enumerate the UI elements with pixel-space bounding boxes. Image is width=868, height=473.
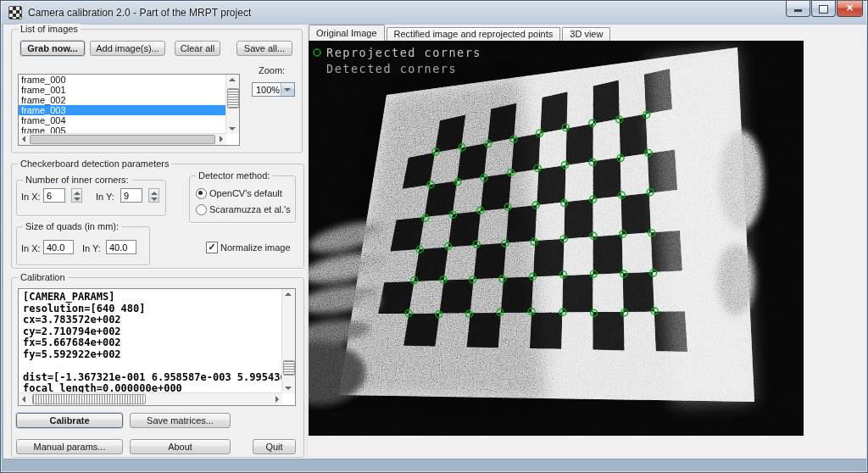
- detector-method-title: Detector method:: [196, 170, 272, 181]
- radio-scaramuzza-label[interactable]: Scaramuzza et al.'s: [209, 204, 291, 214]
- scrollbar-thumb[interactable]: [32, 394, 146, 404]
- minimize-icon: [794, 9, 802, 12]
- quad-x-label: In X:: [21, 243, 41, 253]
- quad-x-input[interactable]: [43, 240, 74, 254]
- corners-x-spinner[interactable]: [71, 188, 82, 203]
- radio-scaramuzza[interactable]: [196, 204, 207, 215]
- combo-dropdown-button[interactable]: [281, 83, 294, 96]
- maximize-icon: [819, 5, 828, 14]
- tab-bar: Original Image Rectified image and repro…: [309, 25, 612, 41]
- scrollbar-thumb[interactable]: [227, 88, 239, 109]
- panel-divider: [307, 25, 308, 459]
- app-icon: [8, 6, 22, 19]
- grab-now-button[interactable]: Grab now...: [20, 41, 85, 56]
- tab-original-image[interactable]: Original Image: [309, 25, 385, 41]
- zoom-value: 100%: [256, 85, 280, 95]
- camera-image-view: Reprojected corners Detected corners: [309, 41, 804, 436]
- list-vertical-scrollbar[interactable]: [225, 75, 239, 134]
- app-window: Camera calibration 2.0 - Part of the MRP…: [0, 0, 868, 473]
- quad-y-input[interactable]: [106, 240, 136, 254]
- calibration-results-textarea[interactable]: [CAMERA_PARAMS] resolution=[640 480] cx=…: [18, 288, 296, 406]
- quad-size-title: Size of quads (in mm):: [23, 221, 121, 231]
- list-horizontal-scrollbar[interactable]: [19, 133, 226, 145]
- detector-method-group: Detector method:: [189, 175, 296, 223]
- quad-y-label: In Y:: [82, 243, 101, 253]
- zoom-label: Zoom:: [259, 65, 285, 75]
- calib-horizontal-scrollbar[interactable]: [19, 392, 282, 405]
- zoom-combobox[interactable]: 100%: [252, 82, 295, 97]
- about-button[interactable]: About: [130, 439, 231, 454]
- legend-reprojected: Reprojected corners: [326, 46, 481, 59]
- normalize-image-checkbox[interactable]: ✓: [206, 242, 218, 253]
- corners-y-spinner[interactable]: [148, 188, 159, 203]
- tab-rectified-image[interactable]: Rectified image and reprojected points: [387, 27, 561, 41]
- calibrate-button[interactable]: Calibrate: [16, 413, 123, 428]
- list-group-title: List of images: [18, 24, 81, 34]
- scroll-up-icon[interactable]: [229, 78, 236, 81]
- in-x-label: In X:: [21, 192, 41, 202]
- scroll-left-icon[interactable]: [22, 136, 25, 142]
- manual-params-button[interactable]: Manual params...: [16, 439, 123, 454]
- list-item[interactable]: frame_000: [19, 75, 226, 85]
- maximize-button[interactable]: [811, 1, 836, 17]
- close-button[interactable]: ✕: [837, 1, 863, 17]
- save-all-button[interactable]: Save all...: [236, 41, 292, 56]
- scroll-right-icon[interactable]: [220, 136, 223, 142]
- legend-detected: Detected corners: [326, 62, 457, 75]
- corners-x-input[interactable]: [43, 188, 65, 203]
- corners-y-input[interactable]: [120, 188, 142, 203]
- scroll-down-icon[interactable]: [229, 127, 236, 131]
- scrollbar-thumb[interactable]: [283, 360, 295, 376]
- list-item[interactable]: frame_002: [19, 95, 226, 105]
- save-matrices-button[interactable]: Save matrices...: [130, 413, 231, 428]
- detection-group-title: Checkerboard detection parameters: [18, 159, 171, 169]
- add-images-button[interactable]: Add image(s)...: [90, 41, 165, 56]
- window-title: Camera calibration 2.0 - Part of the MRP…: [28, 7, 251, 19]
- list-item-selected[interactable]: frame_003: [19, 105, 226, 115]
- calib-vertical-scrollbar[interactable]: [281, 289, 295, 393]
- in-y-label: In Y:: [96, 192, 114, 202]
- scrollbar-thumb[interactable]: [30, 135, 215, 144]
- calibration-text: [CAMERA_PARAMS] resolution=[640 480] cx=…: [19, 289, 295, 395]
- tab-3d-view[interactable]: 3D view: [562, 27, 610, 41]
- quit-button[interactable]: Quit: [253, 439, 296, 454]
- image-list: frame_000 frame_001 frame_002 frame_003 …: [18, 74, 240, 146]
- list-item[interactable]: frame_001: [19, 85, 226, 95]
- clear-all-button[interactable]: Clear all: [175, 41, 220, 56]
- inner-corners-title: Number of inner corners:: [23, 175, 131, 185]
- list-item[interactable]: frame_004: [19, 115, 226, 125]
- title-bar[interactable]: Camera calibration 2.0 - Part of the MRP…: [1, 1, 868, 25]
- minimize-button[interactable]: [786, 1, 810, 17]
- normalize-image-label[interactable]: Normalize image: [220, 242, 291, 253]
- calibration-title: Calibration: [18, 272, 68, 282]
- radio-opencv-label[interactable]: OpenCV's default: [209, 188, 282, 198]
- radio-opencv-default[interactable]: [196, 188, 207, 199]
- noise-grain-overlay: [309, 41, 804, 436]
